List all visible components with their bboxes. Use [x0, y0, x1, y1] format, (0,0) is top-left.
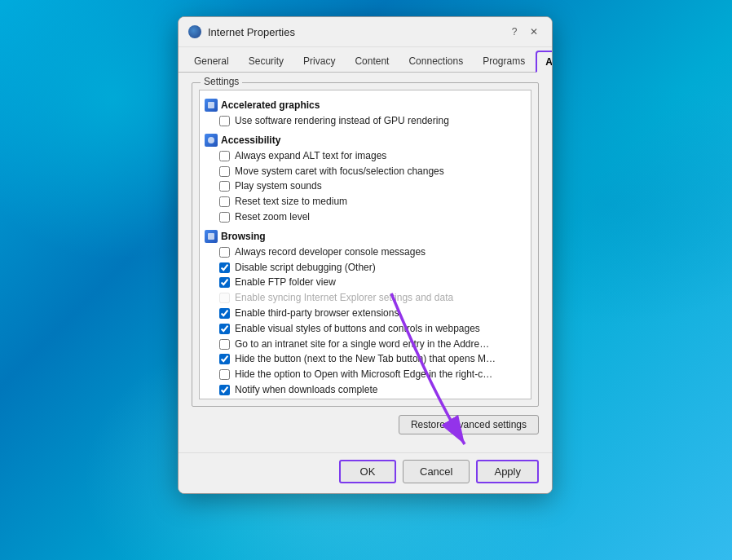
setting-system-caret: Move system caret with focus/selection c…	[203, 164, 527, 179]
section-browsing: Browsing	[203, 228, 527, 245]
tab-content[interactable]: Content	[346, 51, 398, 72]
settings-group: Settings Accelerated graphics Use softwa…	[192, 82, 539, 407]
apply-button[interactable]: Apply	[476, 460, 539, 483]
tab-programs[interactable]: Programs	[474, 51, 534, 72]
dialog-icon	[188, 25, 201, 38]
setting-hide-new-tab-btn: Hide the button (next to the New Tab but…	[203, 351, 527, 367]
checkbox-reset-zoom[interactable]	[219, 212, 230, 223]
tab-connections[interactable]: Connections	[399, 51, 472, 72]
checkbox-disable-script-debug[interactable]	[219, 262, 230, 273]
setting-visual-styles: Enable visual styles of buttons and cont…	[203, 321, 527, 337]
tab-content-area: Settings Accelerated graphics Use softwa…	[179, 73, 552, 452]
checkbox-developer-console[interactable]	[219, 247, 230, 258]
restore-advanced-settings-button[interactable]: Restore advanced settings	[399, 415, 539, 434]
setting-ftp-folder: Enable FTP folder view	[203, 275, 527, 290]
titlebar-left: Internet Properties	[188, 25, 295, 38]
dialog-footer: OK Cancel Apply	[179, 452, 552, 493]
setting-third-party-extensions: Enable third-party browser extensions	[203, 306, 527, 321]
tab-privacy[interactable]: Privacy	[294, 51, 344, 72]
checkbox-third-party-extensions[interactable]	[219, 308, 230, 319]
svg-point-1	[208, 137, 214, 143]
setting-notify-downloads: Notify when downloads complete	[203, 382, 527, 398]
setting-system-sounds: Play system sounds	[203, 179, 527, 194]
setting-enable-syncing: Enable syncing Internet Explorer setting…	[203, 290, 527, 306]
tab-advanced[interactable]: Advanced	[536, 51, 553, 73]
tab-general[interactable]: General	[185, 51, 238, 72]
svg-rect-0	[208, 102, 214, 108]
checkbox-hide-open-with-edge[interactable]	[219, 369, 230, 380]
setting-developer-console: Always record developer console messages	[203, 245, 527, 260]
dialog-title: Internet Properties	[208, 26, 295, 38]
ok-button[interactable]: OK	[339, 460, 396, 483]
checkbox-hide-new-tab-btn[interactable]	[219, 354, 230, 364]
settings-group-label: Settings	[201, 76, 242, 87]
setting-friendly-http-errors: Show friendly HTTP error messages	[203, 398, 527, 399]
setting-disable-script-debug: Disable script debugging (Other)	[203, 260, 527, 276]
checkbox-ftp-folder[interactable]	[219, 277, 230, 288]
titlebar: Internet Properties ? ✕	[179, 17, 552, 47]
checkbox-visual-styles[interactable]	[219, 324, 230, 334]
section-icon-graphics	[205, 99, 218, 112]
tab-bar: General Security Privacy Content Connect…	[179, 47, 552, 73]
close-button[interactable]: ✕	[526, 24, 542, 40]
setting-alt-text: Always expand ALT text for images	[203, 148, 527, 164]
checkbox-alt-text[interactable]	[219, 151, 230, 161]
settings-list[interactable]: Accelerated graphics Use software render…	[199, 90, 531, 399]
setting-reset-text-size: Reset text size to medium	[203, 194, 527, 209]
section-icon-accessibility	[205, 134, 218, 147]
titlebar-controls: ? ✕	[506, 24, 542, 40]
checkbox-intranet-single-word[interactable]	[219, 339, 230, 350]
checkbox-system-sounds[interactable]	[219, 181, 230, 192]
checkbox-enable-syncing[interactable]	[219, 293, 230, 303]
checkbox-reset-text-size[interactable]	[219, 196, 230, 207]
checkbox-notify-downloads[interactable]	[219, 385, 230, 395]
internet-properties-dialog: Internet Properties ? ✕ General Security…	[178, 16, 553, 494]
checkbox-software-rendering[interactable]	[219, 116, 230, 126]
setting-software-rendering: Use software rendering instead of GPU re…	[203, 113, 527, 129]
cancel-button[interactable]: Cancel	[403, 460, 470, 483]
svg-rect-2	[208, 233, 214, 240]
section-icon-browsing	[205, 230, 218, 243]
setting-reset-zoom: Reset zoom level	[203, 209, 527, 225]
restore-section: Restore advanced settings	[192, 415, 539, 434]
help-button[interactable]: ?	[506, 24, 523, 40]
section-accessibility: Accessibility	[203, 132, 527, 148]
setting-intranet-single-word: Go to an intranet site for a single word…	[203, 337, 527, 352]
tab-security[interactable]: Security	[240, 51, 293, 72]
section-accelerated-graphics: Accelerated graphics	[203, 97, 527, 113]
checkbox-system-caret[interactable]	[219, 166, 230, 177]
setting-hide-open-with-edge: Hide the option to Open with Microsoft E…	[203, 367, 527, 382]
